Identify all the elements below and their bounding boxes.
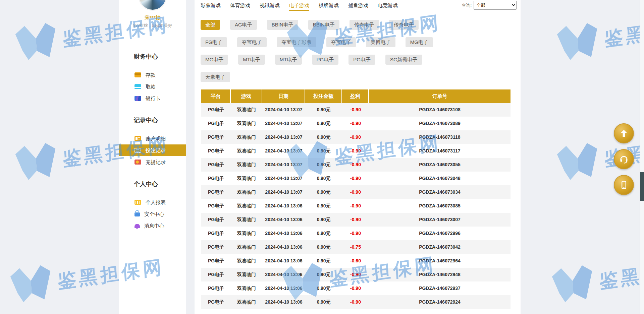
cell-amount: 0.90元 bbox=[305, 185, 342, 199]
sidebar-item[interactable]: 银行卡 bbox=[119, 92, 186, 104]
cell-date: 2024-04-10 13:06 bbox=[262, 213, 305, 227]
sidebar-item[interactable]: 消息中心 bbox=[119, 220, 186, 232]
watermark-text: 鉴黑担保网 bbox=[604, 12, 644, 58]
cell-platform: PG电子 bbox=[201, 213, 231, 227]
query-label: 查询: bbox=[462, 2, 472, 8]
table-row: PG电子 双喜临门 2024-04-10 13:06 0.90元 -0.90 P… bbox=[201, 281, 511, 295]
filter-button[interactable]: 夺宝电子 bbox=[326, 37, 356, 47]
cell-date: 2024-04-10 13:06 bbox=[262, 295, 305, 309]
cell-platform: PG电子 bbox=[201, 172, 231, 185]
watermark-logo-icon bbox=[13, 19, 59, 64]
nav-tab[interactable]: 捕鱼游戏 bbox=[348, 0, 368, 11]
customer-service-button[interactable] bbox=[614, 149, 634, 169]
filter-button[interactable]: 美博电子 bbox=[366, 37, 395, 47]
filter-button[interactable]: MG电子 bbox=[406, 37, 433, 47]
filter-button[interactable]: BBIN电子 bbox=[308, 20, 339, 30]
query-select[interactable]: 全部 bbox=[474, 1, 517, 10]
cell-profit: -0.90 bbox=[342, 172, 369, 185]
filter-row: 天豪电子 bbox=[201, 72, 521, 82]
cell-game: 双喜临门 bbox=[231, 172, 262, 185]
cell-profit: -0.90 bbox=[342, 227, 369, 240]
sidebar-item[interactable]: 账户明细 bbox=[119, 133, 186, 144]
column-header: 盈利 bbox=[342, 89, 369, 103]
withdraw-icon bbox=[135, 84, 141, 89]
filter-button[interactable]: AG电子 bbox=[230, 20, 257, 30]
sidebar-item[interactable]: 取款 bbox=[119, 81, 186, 92]
filter-row: MG电子MT电子MT电子PG电子PG电子SG新霸电子 bbox=[201, 55, 521, 65]
cell-game: 双喜临门 bbox=[231, 254, 262, 268]
table-row: PG电子 双喜临门 2024-04-10 13:07 0.90元 -0.90 P… bbox=[201, 117, 511, 130]
cell-game: 双喜临门 bbox=[231, 240, 262, 254]
cell-order: PGDZA-146073007 bbox=[369, 213, 511, 227]
filter-button[interactable]: MG电子 bbox=[201, 55, 228, 65]
mobile-app-button[interactable] bbox=[614, 175, 634, 195]
filter-button[interactable]: MT电子 bbox=[275, 55, 302, 65]
user-tagline: 888棋牌，因你而美好 bbox=[119, 23, 186, 28]
avatar[interactable] bbox=[139, 0, 167, 11]
cell-order: PGDZA-146072937 bbox=[369, 281, 511, 295]
sidebar-item[interactable]: 充提记录 bbox=[119, 156, 186, 168]
filter-button[interactable]: 传奇电子 bbox=[389, 20, 419, 30]
filter-button[interactable]: FG电子 bbox=[201, 37, 227, 47]
sidebar-item-label: 存款 bbox=[146, 72, 156, 78]
table-row: PG电子 双喜临门 2024-04-10 13:06 0.90元 -0.90 P… bbox=[201, 227, 511, 240]
cell-profit: -0.90 bbox=[342, 117, 369, 130]
table-row: PG电子 双喜临门 2024-04-10 13:06 0.90元 -0.90 P… bbox=[201, 268, 511, 281]
filter-button[interactable]: 全部 bbox=[201, 20, 220, 30]
cell-profit: -0.90 bbox=[342, 103, 369, 117]
sidebar-item[interactable]: 投注记录 bbox=[119, 144, 186, 156]
provider-filters: 全部AG电子BBIN电子BBIN电子传奇电子传奇电子FG电子夺宝电子夺宝电子彩票… bbox=[201, 20, 521, 82]
cell-order: PGDZA-146072964 bbox=[369, 254, 511, 268]
sidebar-section: 记录中心 账户明细 投注记录 充提记录 bbox=[119, 116, 186, 168]
cell-order: PGDZA-146072996 bbox=[369, 227, 511, 240]
filter-button[interactable]: MT电子 bbox=[238, 55, 265, 65]
cell-game: 双喜临门 bbox=[231, 158, 262, 172]
account-icon bbox=[135, 136, 141, 141]
cell-profit: -0.60 bbox=[342, 254, 369, 268]
username: 宋***祯 bbox=[119, 15, 186, 21]
nav-tab[interactable]: 视讯游戏 bbox=[260, 0, 280, 11]
nav-tab[interactable]: 彩票游戏 bbox=[201, 0, 221, 11]
cell-profit: -0.90 bbox=[342, 144, 369, 158]
cell-game: 双喜临门 bbox=[231, 103, 262, 117]
bet-records-table: 平台游戏日期投注金额盈利订单号 PG电子 双喜临门 2024-04-10 13:… bbox=[201, 89, 511, 309]
headset-icon bbox=[619, 154, 629, 164]
column-header: 日期 bbox=[262, 89, 305, 103]
sidebar-item[interactable]: 安全中心 bbox=[119, 208, 186, 220]
sidebar-item[interactable]: 个人报表 bbox=[119, 196, 186, 208]
back-to-top-button[interactable] bbox=[614, 123, 634, 143]
scrollbar-thumb[interactable] bbox=[640, 172, 644, 201]
scrollbar-track[interactable] bbox=[640, 0, 644, 314]
cell-platform: PG电子 bbox=[201, 240, 231, 254]
sidebar-section-title: 记录中心 bbox=[134, 116, 186, 124]
filter-button[interactable]: SG新霸电子 bbox=[385, 55, 422, 65]
sidebar-section: 财务中心 存款 取款 银行卡 bbox=[119, 53, 186, 104]
filter-button[interactable]: PG电子 bbox=[348, 55, 375, 65]
cell-amount: 0.90元 bbox=[305, 268, 342, 281]
nav-tab[interactable]: 体育游戏 bbox=[230, 0, 250, 11]
cell-amount: 0.90元 bbox=[305, 295, 342, 309]
filter-button[interactable]: 传奇电子 bbox=[350, 20, 379, 30]
nav-tab[interactable]: 棋牌游戏 bbox=[319, 0, 339, 11]
cell-order: PGDZA-146073118 bbox=[369, 130, 511, 144]
sidebar-item[interactable]: 存款 bbox=[119, 69, 186, 81]
table-row: PG电子 双喜临门 2024-04-10 13:06 0.90元 -0.90 P… bbox=[201, 295, 511, 309]
filter-button[interactable]: 夺宝电子 bbox=[237, 37, 267, 47]
nav-tab[interactable]: 电竞游戏 bbox=[378, 0, 398, 11]
watermark-logo-icon bbox=[8, 261, 54, 307]
column-header: 游戏 bbox=[231, 89, 262, 103]
filter-button[interactable]: 天豪电子 bbox=[201, 72, 230, 82]
cell-date: 2024-04-10 13:07 bbox=[262, 172, 305, 185]
cell-profit: -0.90 bbox=[342, 281, 369, 295]
cell-platform: PG电子 bbox=[201, 199, 231, 213]
sidebar-item-label: 充提记录 bbox=[146, 159, 166, 165]
table-row: PG电子 双喜临门 2024-04-10 13:07 0.90元 -0.90 P… bbox=[201, 103, 511, 117]
filter-button[interactable]: BBIN电子 bbox=[267, 20, 298, 30]
cell-amount: 0.90元 bbox=[305, 144, 342, 158]
sidebar-section-title: 财务中心 bbox=[134, 53, 186, 61]
filter-button[interactable]: PG电子 bbox=[312, 55, 339, 65]
filter-button[interactable]: 夺宝电子彩票 bbox=[277, 37, 316, 47]
table-row: PG电子 双喜临门 2024-04-10 13:07 0.90元 -0.90 P… bbox=[201, 158, 511, 172]
nav-tab[interactable]: 电子游戏 bbox=[289, 0, 309, 11]
sidebar-item-label: 投注记录 bbox=[146, 147, 166, 153]
